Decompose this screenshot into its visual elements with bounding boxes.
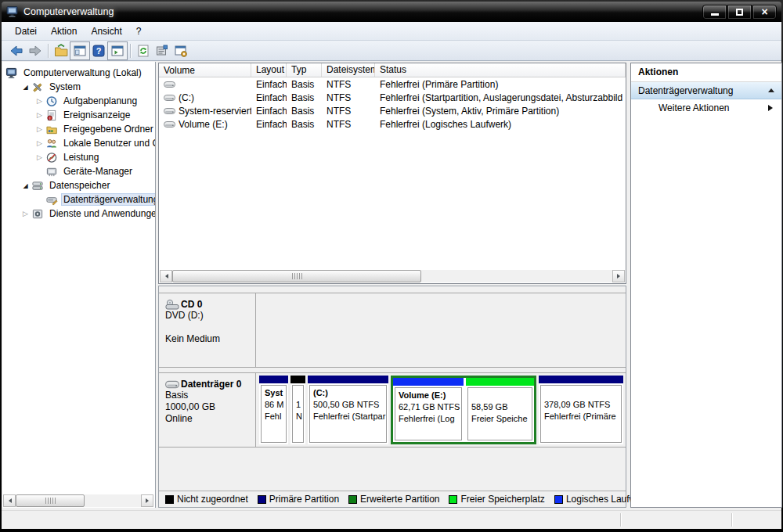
expand-arrow-icon[interactable]: ▷ (34, 97, 45, 105)
scroll-track[interactable] (16, 494, 141, 507)
expand-arrow-icon[interactable]: ▷ (20, 210, 31, 217)
show-tree-button[interactable] (108, 42, 127, 59)
collapse-section-icon[interactable] (768, 88, 774, 92)
menu-item-aktion[interactable]: Aktion (44, 23, 84, 39)
volume-icon (164, 120, 175, 128)
clock-icon (45, 95, 58, 107)
partition-segment-unallocated[interactable]: 1N (290, 376, 305, 444)
disk-settings-button[interactable] (171, 42, 190, 59)
segment-status: Fehlerfrei (Primäre (544, 411, 618, 422)
scroll-right-button[interactable] (612, 270, 625, 282)
more-actions-item[interactable]: Weitere Aktionen (631, 99, 781, 117)
back-button[interactable] (7, 42, 26, 59)
scroll-left-button[interactable] (3, 494, 16, 507)
menu-item-blank[interactable]: ? (129, 23, 149, 39)
free-color-bar (466, 378, 534, 386)
volume-layout-cell: Einfach (251, 106, 287, 117)
segment-name: Volume (E:) (399, 390, 458, 401)
scroll-thumb[interactable] (172, 270, 421, 282)
segment-info: 58,59 GBFreier Speiche (467, 387, 532, 440)
tree-item-ger-te-manager[interactable]: Geräte-Manager (2, 164, 155, 178)
refresh-button[interactable] (134, 42, 153, 59)
menu-bar: DateiAktionAnsicht? (2, 22, 781, 41)
cd-drive-label[interactable]: CD 0 DVD (D:) Kein Medium (159, 293, 256, 367)
minimize-button[interactable] (702, 5, 727, 20)
extended-partition[interactable]: Volume (E:)62,71 GB NTFSFehlerfrei (Log5… (391, 376, 536, 444)
unallocated-color-bar (290, 376, 305, 383)
tree-horizontal-scrollbar[interactable] (3, 494, 153, 507)
volume-list-rows: EinfachBasisNTFSFehlerfrei (Primäre Part… (159, 77, 626, 131)
volume-name-cell: (C:) (159, 92, 251, 103)
help-button[interactable] (89, 42, 108, 59)
tree-item-datentr-gerverwaltung[interactable]: Datenträgerverwaltung (2, 192, 155, 207)
column-header-typ[interactable]: Typ (287, 63, 322, 77)
scroll-thumb[interactable] (16, 494, 85, 507)
tree-item-label: Aufgabenplanung (61, 95, 139, 107)
tree-item-freigegebene-ordner[interactable]: ▷Freigegebene Ordner (2, 122, 155, 136)
collapse-arrow-icon[interactable]: ◢ (20, 182, 31, 189)
segment-status: N (296, 411, 300, 422)
tree-item-aufgabenplanung[interactable]: ▷Aufgabenplanung (2, 94, 155, 108)
show-tree-icon (110, 44, 124, 58)
legend-color-swatch (165, 495, 174, 504)
column-header-dateisystem[interactable]: Dateisystem (322, 63, 375, 77)
cd-name: CD 0 (181, 299, 202, 310)
partition-segment-free[interactable]: 58,59 GBFreier Speiche (466, 378, 534, 442)
tree-item-label: Leistung (61, 151, 101, 164)
disk0-row[interactable]: Datenträger 0 Basis 1000,00 GB Online Sy… (159, 372, 626, 448)
tree-item-computerverwaltung-lokal[interactable]: Computerverwaltung (Lokal) (2, 66, 155, 80)
volume-status-cell: Fehlerfrei (Startpartition, Auslagerungs… (375, 92, 626, 103)
scroll-left-button[interactable] (160, 270, 172, 282)
segment-status: Fehlerfrei (Startpar (313, 411, 383, 422)
computer-icon (5, 67, 18, 79)
expand-arrow-icon[interactable]: ▷ (34, 111, 45, 119)
diskmgmt-icon (45, 194, 58, 206)
maximize-button[interactable] (727, 5, 752, 20)
tree-item-ereignisanzeige[interactable]: ▷Ereignisanzeige (2, 108, 155, 122)
tree-item-dienste-und-anwendungen[interactable]: ▷Dienste und Anwendungen (2, 207, 155, 221)
expand-arrow-icon[interactable]: ▷ (34, 139, 45, 147)
tree-item-system[interactable]: ◢System (2, 80, 155, 94)
console-window-button[interactable] (70, 42, 89, 59)
console-tree: Computerverwaltung (Lokal)◢System▷Aufgab… (2, 62, 155, 221)
properties-icon (155, 44, 169, 58)
close-button[interactable]: × (752, 5, 777, 20)
menu-item-datei[interactable]: Datei (8, 23, 44, 39)
segment-info: 1N (292, 385, 304, 443)
volume-list-horizontal-scrollbar[interactable] (160, 270, 625, 282)
volume-row-c[interactable]: (C:)EinfachBasisNTFSFehlerfrei (Startpar… (159, 91, 626, 104)
tree-item-lokale-benutzer-und-gru[interactable]: ▷Lokale Benutzer und Gru (2, 136, 155, 150)
scroll-right-button[interactable] (141, 494, 153, 507)
partition-segment-primary[interactable]: Syst86 MFehl (259, 376, 288, 444)
actions-section-disk-management[interactable]: Datenträgerverwaltung (631, 82, 781, 99)
properties-button[interactable] (153, 42, 171, 59)
volume-row-system-reserviert[interactable]: System-reserviertEinfachBasisNTFSFehlerf… (159, 104, 626, 117)
column-header-volume[interactable]: Volume (159, 63, 251, 77)
disk0-label[interactable]: Datenträger 0 Basis 1000,00 GB Online (159, 373, 256, 447)
cd-drive-row[interactable]: CD 0 DVD (D:) Kein Medium (159, 293, 626, 368)
expand-arrow-icon[interactable]: ▷ (34, 153, 45, 161)
segment-name (471, 390, 529, 401)
scroll-track[interactable] (172, 270, 612, 282)
partition-segment-logical[interactable]: Volume (E:)62,71 GB NTFSFehlerfrei (Log (393, 378, 464, 442)
volume-row[interactable]: EinfachBasisNTFSFehlerfrei (Primäre Part… (159, 77, 626, 91)
title-bar[interactable]: Computerverwaltung × (2, 2, 781, 22)
column-header-layout[interactable]: Layout (251, 63, 287, 77)
status-bar (2, 510, 781, 529)
collapse-arrow-icon[interactable]: ◢ (20, 84, 31, 91)
volume-row-volume-e[interactable]: Volume (E:)EinfachBasisNTFSFehlerfrei (L… (159, 117, 626, 131)
segment-status: Freier Speiche (471, 413, 529, 425)
primary-color-bar (259, 376, 288, 383)
expand-arrow-icon[interactable]: ▷ (34, 125, 45, 133)
tree-item-leistung[interactable]: ▷Leistung (2, 150, 155, 164)
disk-size: 1000,00 GB (165, 401, 249, 413)
menu-item-ansicht[interactable]: Ansicht (84, 23, 128, 39)
column-header-status[interactable]: Status (375, 63, 626, 77)
tree-item-label: Geräte-Manager (61, 165, 135, 178)
volume-dateisystem-cell: NTFS (322, 119, 375, 130)
tree-item-datenspeicher[interactable]: ◢Datenspeicher (2, 178, 155, 192)
partition-segment-primary[interactable]: (C:)500,50 GB NTFSFehlerfrei (Startpar (308, 376, 388, 444)
partition-segment-primary[interactable]: 378,09 GB NTFSFehlerfrei (Primäre (539, 376, 623, 444)
export-list-button[interactable] (52, 42, 70, 59)
forward-button[interactable] (26, 42, 45, 59)
